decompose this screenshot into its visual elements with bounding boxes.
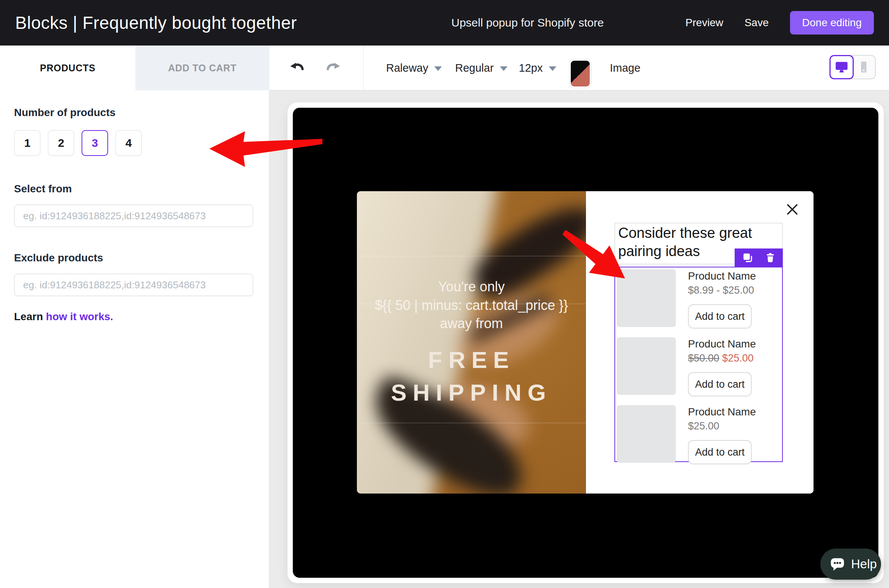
- product-list-selected-block[interactable]: Product Name $8.99 - $25.00 Add to cart …: [614, 267, 783, 462]
- product-image-placeholder: [617, 269, 676, 327]
- text-block-divider: [357, 423, 586, 423]
- learn-line: Learn how it works.: [14, 311, 254, 323]
- font-weight-value: Regular: [455, 62, 494, 74]
- add-to-cart-button[interactable]: Add to cart: [688, 372, 752, 396]
- number-of-products-options: 1 2 3 4: [14, 130, 254, 156]
- select-from-input[interactable]: [14, 204, 253, 227]
- number-of-products-heading: Number of products: [14, 107, 254, 119]
- chevron-down-icon: [434, 66, 442, 71]
- product-image-placeholder: [617, 337, 676, 395]
- color-swatch[interactable]: [570, 60, 591, 88]
- tab-products[interactable]: PRODUCTS: [0, 46, 135, 90]
- number-option-3-selected[interactable]: 3: [82, 130, 108, 156]
- duplicate-icon[interactable]: [741, 252, 754, 264]
- chevron-down-icon: [549, 66, 556, 71]
- sale-price: $25.00: [722, 352, 754, 364]
- add-to-cart-button[interactable]: Add to cart: [688, 304, 752, 329]
- settings-sidebar: Number of products 1 2 3 4 Select from E…: [0, 90, 269, 588]
- product-name: Product Name: [688, 406, 756, 418]
- product-row: Product Name $25.00 Add to cart: [617, 405, 782, 464]
- font-size-select[interactable]: 12px: [519, 46, 556, 90]
- mobile-icon: [856, 60, 871, 75]
- toolbar: PRODUCTS ADD TO CART Raleway Regular: [0, 46, 889, 90]
- font-family-select[interactable]: Raleway: [386, 46, 442, 90]
- upsell-popup-preview: You're only ${{ 50 | minus: cart.total_p…: [357, 191, 814, 494]
- app-header: Blocks | Frequently bought together Upse…: [0, 0, 889, 46]
- select-from-heading: Select from: [14, 183, 254, 195]
- done-editing-button[interactable]: Done editing: [790, 11, 874, 35]
- redo-icon[interactable]: [324, 59, 341, 77]
- undo-icon[interactable]: [289, 59, 306, 77]
- font-size-value: 12px: [519, 62, 543, 74]
- exclude-products-input[interactable]: [14, 274, 253, 296]
- exclude-products-heading: Exclude products: [14, 252, 254, 264]
- delete-icon[interactable]: [764, 252, 776, 264]
- page-title: Blocks | Frequently bought together: [15, 13, 297, 33]
- chevron-down-icon: [500, 66, 507, 71]
- learn-prefix: Learn: [14, 311, 46, 322]
- product-price: $50.00 $25.00: [688, 352, 756, 364]
- product-image-placeholder: [617, 405, 676, 463]
- help-button[interactable]: Help: [820, 549, 881, 580]
- product-name: Product Name: [688, 338, 756, 350]
- product-name: Product Name: [688, 270, 756, 282]
- preview-button[interactable]: Preview: [685, 17, 723, 29]
- product-row: Product Name $8.99 - $25.00 Add to cart: [617, 269, 782, 329]
- number-option-4[interactable]: 4: [115, 130, 142, 156]
- free-shipping-message[interactable]: You're only ${{ 50 | minus: cart.total_p…: [357, 278, 586, 333]
- header-actions: Preview Save Done editing: [685, 11, 874, 35]
- product-row: Product Name $50.00 $25.00 Add to cart: [617, 337, 782, 396]
- device-toggle: [829, 55, 876, 79]
- add-to-cart-button[interactable]: Add to cart: [688, 440, 752, 464]
- editor-window: Blocks | Frequently bought together Upse…: [0, 0, 889, 588]
- number-option-1[interactable]: 1: [14, 130, 41, 156]
- compare-at-price: $50.00: [688, 352, 719, 364]
- image-label: Image: [610, 46, 641, 90]
- product-price: $8.99 - $25.00: [688, 285, 756, 296]
- popup-hero-image[interactable]: You're only ${{ 50 | minus: cart.total_p…: [357, 191, 586, 494]
- shoes-photo: [357, 191, 586, 494]
- save-button[interactable]: Save: [744, 17, 769, 29]
- free-shipping-title[interactable]: FREE SHIPPING: [357, 344, 586, 409]
- popup-products-pane: Consider these great pairing ideas: [586, 191, 814, 494]
- help-label: Help: [851, 557, 877, 571]
- toolbar-divider: [363, 46, 364, 90]
- chat-icon: [829, 557, 845, 571]
- desktop-view-button[interactable]: [829, 55, 854, 79]
- close-icon[interactable]: [784, 201, 801, 218]
- mobile-view-button[interactable]: [851, 55, 876, 79]
- popup-name-label: Upsell popup for Shopify store: [451, 0, 604, 46]
- font-family-value: Raleway: [386, 62, 428, 74]
- font-weight-select[interactable]: Regular: [455, 46, 507, 90]
- tab-add-to-cart[interactable]: ADD TO CART: [135, 46, 269, 90]
- text-block-divider: [357, 256, 586, 256]
- number-option-2[interactable]: 2: [48, 130, 74, 156]
- history-controls: [289, 46, 341, 90]
- selection-toolbar: [735, 248, 783, 267]
- product-price: $25.00: [688, 420, 756, 432]
- how-it-works-link[interactable]: how it works.: [46, 311, 113, 322]
- desktop-icon: [833, 59, 850, 75]
